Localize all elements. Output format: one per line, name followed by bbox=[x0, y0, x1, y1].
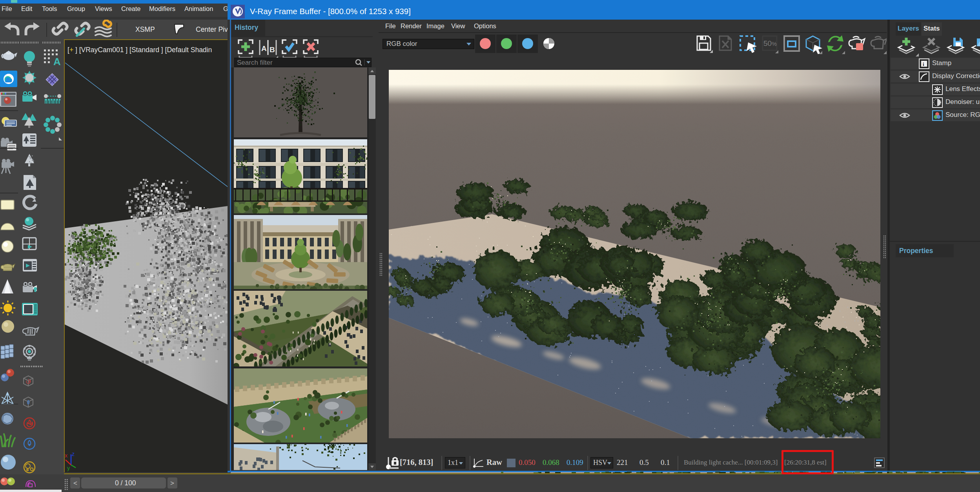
svg-text:z: z bbox=[72, 451, 75, 457]
svg-text:50%: 50% bbox=[763, 39, 777, 47]
svg-text:0 / 100: 0 / 100 bbox=[115, 479, 136, 487]
svg-text:<: < bbox=[73, 479, 77, 487]
svg-text:B: B bbox=[270, 46, 275, 54]
svg-text:[+ ] [VRayCam001 ] [Standard: [+ ] [VRayCam001 ] [Standard ] [Default … bbox=[67, 46, 212, 54]
svg-text:>: > bbox=[170, 479, 174, 487]
svg-text:i: i bbox=[923, 61, 924, 67]
svg-text:XSMP: XSMP bbox=[135, 26, 155, 33]
svg-text:Center Pivo: Center Pivo bbox=[196, 26, 228, 33]
svg-text:x: x bbox=[65, 452, 67, 459]
svg-text:A: A bbox=[261, 44, 267, 53]
svg-text:y: y bbox=[67, 465, 70, 471]
svg-text:A: A bbox=[53, 56, 61, 67]
